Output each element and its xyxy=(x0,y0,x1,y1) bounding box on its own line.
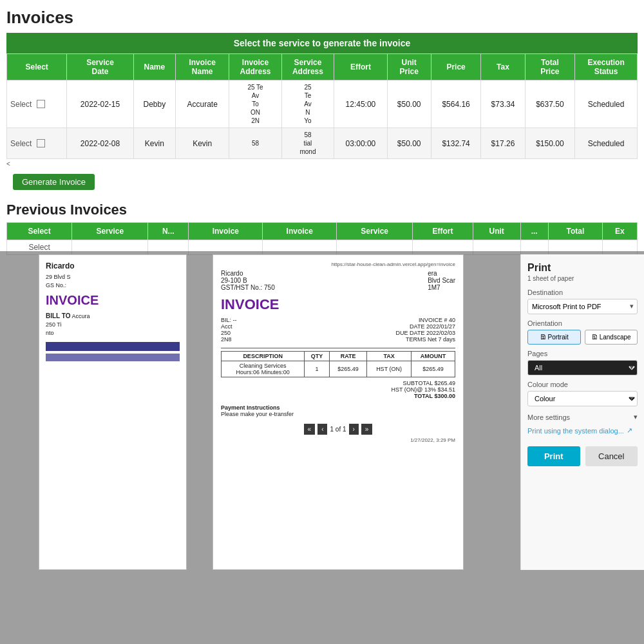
inv-col-amount: AMOUNT xyxy=(411,352,455,361)
inv-total: $300.00 xyxy=(434,393,455,399)
inv-title: INVOICE xyxy=(221,296,455,313)
unit-price-1: $50.00 xyxy=(387,80,431,128)
colour-select[interactable]: Colour xyxy=(527,391,638,406)
price-2: $132.74 xyxy=(431,128,481,159)
inv-bill-label: BIL: -- xyxy=(221,317,237,323)
tax-2: $17.26 xyxy=(481,128,525,159)
inv-tax-val: HST (ON) xyxy=(367,361,412,377)
pages-label: Pages xyxy=(527,350,638,357)
inv-url: https://star-house-clean-admin.vercel.ap… xyxy=(221,261,455,267)
inv-to-name: era xyxy=(428,270,455,277)
invoice-name-1: Accurate xyxy=(175,80,229,128)
inv-hst-label: HST (ON)@ 13% xyxy=(391,386,435,393)
print-title: Print xyxy=(527,262,638,274)
inv-from-name: Ricardo xyxy=(221,270,275,277)
destination-label: Destination xyxy=(527,289,638,296)
inv-next-page-btn[interactable]: › xyxy=(349,424,359,435)
inv-payment: Payment Instructions Please make your e-… xyxy=(221,404,455,417)
landscape-button[interactable]: 🖻 Landscape xyxy=(585,330,638,345)
previous-invoices-section: Select Service N... Invoice Invoice Serv… xyxy=(0,222,644,255)
external-link-icon: ↗ xyxy=(627,426,632,435)
inv-bill-acct: Acct250 xyxy=(221,323,237,336)
tax-1: $73.34 xyxy=(481,80,525,128)
service-address-1: 25TeAvNYo xyxy=(281,80,334,128)
destination-select-wrap: Microsoft Print to PDF xyxy=(527,299,638,314)
inv-prev-page-btn[interactable]: ‹ xyxy=(317,424,327,435)
portrait-icon: 🖺 xyxy=(540,334,546,341)
print-actions: Print Cancel xyxy=(527,446,638,466)
landscape-icon: 🖻 xyxy=(591,334,598,341)
page-title: Invoices xyxy=(0,0,644,33)
portrait-label: Portrait xyxy=(548,334,569,341)
system-dialog-link[interactable]: Print using the system dialog... ↗ xyxy=(527,426,638,435)
cancel-button[interactable]: Cancel xyxy=(585,446,638,466)
landscape-label: Landscape xyxy=(600,334,631,341)
inv-subtotal: $265.49 xyxy=(434,380,455,386)
checkbox-1[interactable] xyxy=(37,100,45,108)
invoice-address-1: 25 TeAvToON2N xyxy=(229,80,281,128)
portrait-button[interactable]: 🖺 Portrait xyxy=(527,330,581,345)
select-link-1[interactable]: Select xyxy=(10,100,32,109)
scroll-hint: < xyxy=(6,159,638,170)
table-row: Select 2022-02-15 Debby Accurate 25 TeAv… xyxy=(7,80,638,128)
checkbox-2[interactable] xyxy=(37,139,45,147)
print-panel: Print 1 sheet of paper Destination Micro… xyxy=(520,254,644,570)
total-price-1: $637.50 xyxy=(525,80,575,128)
colour-select-wrap: Colour xyxy=(527,391,638,406)
effort-2: 03:00:00 xyxy=(334,128,387,159)
invoices-table: Select ServiceDate Name InvoiceName Invo… xyxy=(6,53,638,159)
prev-table-header-row: Select Service N... Invoice Invoice Serv… xyxy=(7,223,638,240)
colour-mode-label: Colour mode xyxy=(527,381,638,388)
more-settings-label: More settings xyxy=(527,413,570,421)
print-button[interactable]: Print xyxy=(527,446,580,466)
chevron-down-icon: ▾ xyxy=(634,413,638,421)
inv-rate: $265.49 xyxy=(329,361,366,377)
inv-col-desc: DESCRIPTION xyxy=(222,352,305,361)
prev-col-unit: Unit xyxy=(473,223,520,240)
generate-invoice-button[interactable]: Generate Invoice xyxy=(13,174,95,190)
orientation-label: Orientation xyxy=(527,319,638,327)
inv-first-page-btn[interactable]: « xyxy=(304,424,316,435)
inv-last-page-btn[interactable]: » xyxy=(361,424,373,435)
inv-terms: TERMS Net 7 days xyxy=(396,336,455,343)
invoice-left-panel: Ricardo 29 Blvd S GS No.: INVOICE BILL T… xyxy=(39,254,187,570)
inv-subtotal-label: SUBTOTAL xyxy=(403,380,433,386)
select-link-2[interactable]: Select xyxy=(10,139,32,148)
inv-left-bill: BILL TO Accura 250 Ti nto xyxy=(46,312,180,337)
prev-col-effort: Effort xyxy=(413,223,473,240)
col-invoice-address: InvoiceAddress xyxy=(229,54,281,80)
col-execution-status: ExecutionStatus xyxy=(575,54,638,80)
service-address-2: 58tialmond xyxy=(281,128,334,159)
prev-col-service2: Service xyxy=(337,223,413,240)
inv-hst: $34.51 xyxy=(437,386,455,393)
prev-col-price: ... xyxy=(520,223,548,240)
inv-invoice-no: INVOICE # 40 xyxy=(396,317,455,323)
col-effort: Effort xyxy=(334,54,387,80)
invoice-address-2: 58 xyxy=(229,128,281,159)
pages-select-wrap: All xyxy=(527,360,638,375)
execution-status-2: Scheduled xyxy=(575,128,638,159)
col-service-date: ServiceDate xyxy=(67,54,133,80)
inv-left-title: INVOICE xyxy=(46,293,180,308)
more-settings-toggle[interactable]: More settings ▾ xyxy=(527,413,638,421)
orientation-row: 🖺 Portrait 🖻 Landscape xyxy=(527,330,638,345)
destination-select[interactable]: Microsoft Print to PDF xyxy=(527,299,638,314)
inv-left-name: Ricardo xyxy=(46,261,180,270)
select-cell-2[interactable]: Select xyxy=(7,128,67,159)
table-header-row: Select ServiceDate Name InvoiceName Invo… xyxy=(7,54,638,80)
pages-select[interactable]: All xyxy=(527,360,638,375)
prev-select-link[interactable]: Select xyxy=(28,243,50,252)
prev-col-service: Service xyxy=(72,223,148,240)
inv-from-addr: 29-100 BGST/HST No.: 750 xyxy=(221,277,275,291)
effort-1: 12:45:00 xyxy=(334,80,387,128)
prev-col-total: Total xyxy=(548,223,602,240)
inv-to-addr: Blvd Scar1M7 xyxy=(428,277,455,291)
select-cell-1[interactable]: Select xyxy=(7,80,67,128)
service-date-2: 2022-02-08 xyxy=(67,128,133,159)
prev-col-invoice2: Invoice xyxy=(263,223,337,240)
name-1: Debby xyxy=(133,80,175,128)
inv-pagination: « ‹ 1 of 1 › » xyxy=(221,424,455,435)
inv-header: Ricardo 29-100 BGST/HST No.: 750 era Blv… xyxy=(221,270,455,291)
previous-invoices-title: Previous Invoices xyxy=(0,196,644,222)
table-row: Select 2022-02-08 Kevin Kevin 58 58tialm… xyxy=(7,128,638,159)
